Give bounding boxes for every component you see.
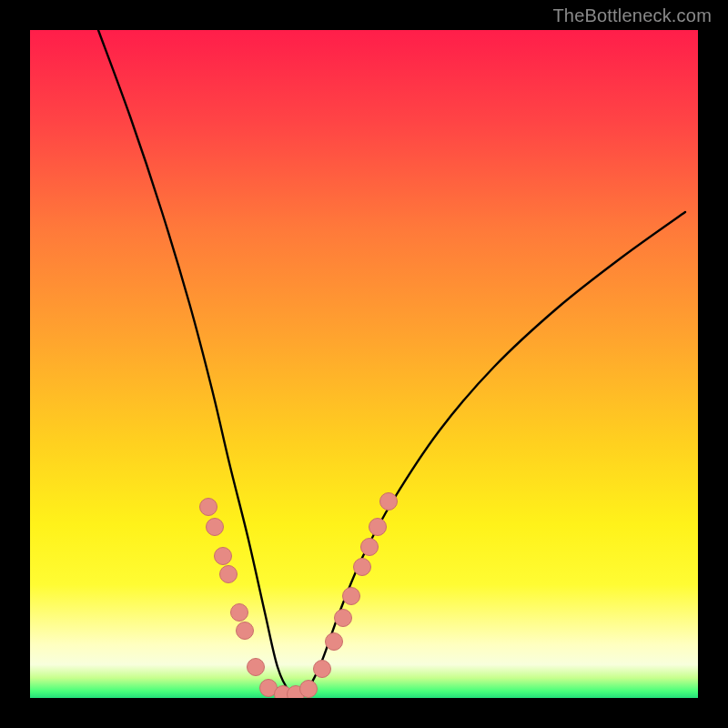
- data-marker: [380, 493, 398, 511]
- plot-area: [30, 30, 698, 698]
- chart-svg: [30, 30, 698, 698]
- data-marker: [314, 661, 331, 678]
- bottleneck-curve: [98, 30, 685, 696]
- watermark-text: TheBottleneck.com: [552, 5, 712, 26]
- data-marker: [369, 519, 387, 536]
- data-marker: [354, 559, 371, 576]
- data-marker: [248, 659, 265, 676]
- data-marker: [326, 633, 343, 651]
- data-marker: [300, 681, 318, 698]
- data-marker: [200, 499, 217, 516]
- data-marker: [335, 610, 352, 627]
- marker-group: [200, 493, 398, 699]
- chart-frame: TheBottleneck.com: [0, 0, 728, 728]
- data-marker: [215, 548, 232, 565]
- data-marker: [361, 539, 379, 556]
- data-marker: [220, 566, 238, 583]
- data-marker: [231, 604, 248, 622]
- data-marker: [343, 588, 360, 605]
- data-marker: [237, 622, 254, 640]
- data-marker: [207, 519, 224, 536]
